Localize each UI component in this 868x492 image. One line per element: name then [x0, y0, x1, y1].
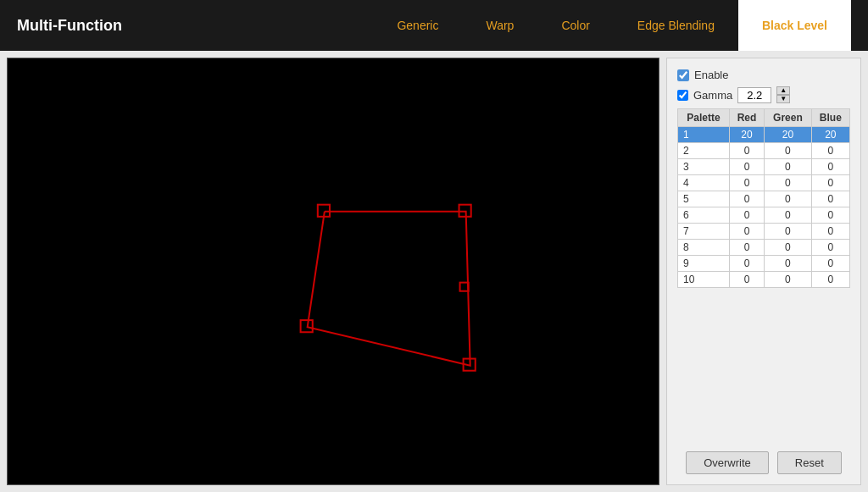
palette-table: Palette Red Green Blue 12020202000300040… — [677, 108, 850, 288]
cell-green-1[interactable]: 20 — [765, 127, 811, 143]
cell-palette-4[interactable]: 4 — [678, 175, 730, 191]
cell-palette-3[interactable]: 3 — [678, 159, 730, 175]
table-row[interactable]: 2000 — [678, 143, 850, 159]
cell-palette-8[interactable]: 8 — [678, 240, 730, 256]
col-palette: Palette — [678, 109, 730, 127]
cell-blue-3[interactable]: 0 — [811, 159, 849, 175]
cell-palette-5[interactable]: 5 — [678, 191, 730, 207]
warp-shape — [301, 205, 476, 371]
cell-red-10[interactable]: 0 — [729, 272, 764, 288]
cell-red-1[interactable]: 20 — [729, 127, 764, 143]
enable-checkbox[interactable] — [677, 69, 689, 81]
cell-blue-8[interactable]: 0 — [811, 240, 849, 256]
cell-green-6[interactable]: 0 — [765, 207, 811, 224]
table-container: Palette Red Green Blue 12020202000300040… — [677, 108, 850, 443]
cell-blue-1[interactable]: 20 — [811, 127, 849, 143]
tab-color[interactable]: Color — [537, 0, 613, 51]
cell-green-2[interactable]: 0 — [765, 143, 811, 159]
cell-red-9[interactable]: 0 — [729, 256, 764, 272]
cell-palette-7[interactable]: 7 — [678, 224, 730, 240]
gamma-input[interactable] — [737, 87, 771, 103]
cell-red-8[interactable]: 0 — [729, 240, 764, 256]
gamma-up-button[interactable]: ▲ — [776, 86, 790, 95]
cell-red-3[interactable]: 0 — [729, 159, 764, 175]
enable-row: Enable — [677, 69, 850, 81]
cell-palette-9[interactable]: 9 — [678, 256, 730, 272]
tab-black-level[interactable]: Black Level — [738, 0, 851, 51]
right-panel: Enable Gamma ▲ ▼ Palette Red Green Blue — [666, 58, 861, 485]
col-red: Red — [729, 109, 764, 127]
cell-blue-10[interactable]: 0 — [811, 272, 849, 288]
canvas-area — [7, 58, 659, 485]
gamma-spinner: ▲ ▼ — [776, 86, 790, 103]
nav-tabs: Generic Warp Color Edge Blending Black L… — [373, 0, 851, 51]
table-row[interactable]: 8000 — [678, 240, 850, 256]
cell-blue-4[interactable]: 0 — [811, 175, 849, 191]
cell-palette-1[interactable]: 1 — [678, 127, 730, 143]
cell-red-5[interactable]: 0 — [729, 191, 764, 207]
table-row[interactable]: 7000 — [678, 224, 850, 240]
cell-green-4[interactable]: 0 — [765, 175, 811, 191]
cell-green-7[interactable]: 0 — [765, 224, 811, 240]
gamma-row: Gamma ▲ ▼ — [677, 86, 850, 103]
cell-palette-10[interactable]: 10 — [678, 272, 730, 288]
cell-green-5[interactable]: 0 — [765, 191, 811, 207]
bottom-buttons: Overwrite Reset — [677, 451, 850, 474]
cell-green-10[interactable]: 0 — [765, 272, 811, 288]
table-row[interactable]: 6000 — [678, 207, 850, 224]
cell-green-8[interactable]: 0 — [765, 240, 811, 256]
cell-blue-7[interactable]: 0 — [811, 224, 849, 240]
gamma-down-button[interactable]: ▼ — [776, 95, 790, 103]
warp-canvas — [8, 58, 659, 484]
tab-warp[interactable]: Warp — [462, 0, 537, 51]
cell-blue-2[interactable]: 0 — [811, 143, 849, 159]
table-row[interactable]: 1202020 — [678, 127, 850, 143]
table-row[interactable]: 3000 — [678, 159, 850, 175]
cell-blue-9[interactable]: 0 — [811, 256, 849, 272]
cell-red-4[interactable]: 0 — [729, 175, 764, 191]
tab-generic[interactable]: Generic — [373, 0, 462, 51]
col-green: Green — [765, 109, 811, 127]
cell-red-7[interactable]: 0 — [729, 224, 764, 240]
table-row[interactable]: 5000 — [678, 191, 850, 207]
table-header-row: Palette Red Green Blue — [678, 109, 850, 127]
cell-blue-5[interactable]: 0 — [811, 191, 849, 207]
reset-button[interactable]: Reset — [777, 451, 842, 474]
cell-red-6[interactable]: 0 — [729, 207, 764, 224]
gamma-checkbox[interactable] — [677, 90, 688, 101]
table-row[interactable]: 4000 — [678, 175, 850, 191]
enable-label: Enable — [694, 69, 728, 81]
table-row[interactable]: 9000 — [678, 256, 850, 272]
app-title: Multi-Function — [17, 17, 122, 35]
cell-palette-2[interactable]: 2 — [678, 143, 730, 159]
tab-edge-blending[interactable]: Edge Blending — [614, 0, 738, 51]
table-row[interactable]: 10000 — [678, 272, 850, 288]
cell-green-9[interactable]: 0 — [765, 256, 811, 272]
cell-green-3[interactable]: 0 — [765, 159, 811, 175]
gamma-label: Gamma — [693, 89, 732, 102]
cell-palette-6[interactable]: 6 — [678, 207, 730, 224]
col-blue: Blue — [811, 109, 849, 127]
main-content: Enable Gamma ▲ ▼ Palette Red Green Blue — [0, 51, 868, 492]
cell-red-2[interactable]: 0 — [729, 143, 764, 159]
svg-rect-2 — [301, 320, 313, 332]
overwrite-button[interactable]: Overwrite — [686, 451, 769, 474]
header: Multi-Function Generic Warp Color Edge B… — [0, 0, 868, 51]
cell-blue-6[interactable]: 0 — [811, 207, 849, 224]
